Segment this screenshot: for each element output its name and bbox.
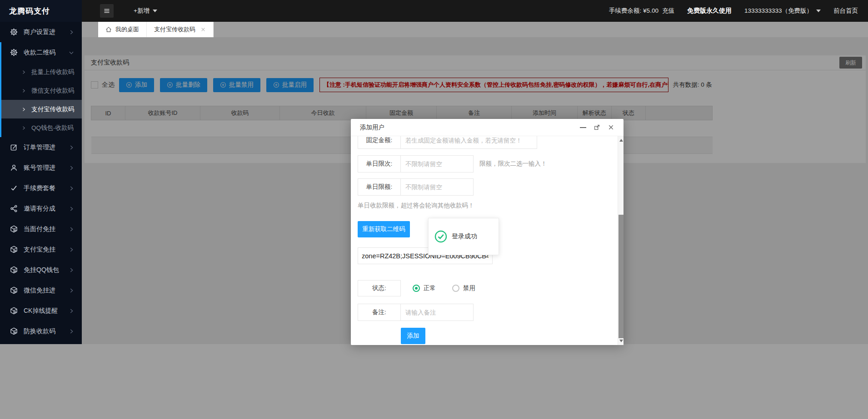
modal-title: 添加用户 bbox=[360, 123, 384, 132]
chevron-right-icon bbox=[68, 308, 75, 314]
add-user-modal: 添加用户 固定金额: 单日限次: 限额，限次二选一输入！ 单日限额: 单日收款限… bbox=[351, 119, 624, 345]
account-dropdown[interactable]: 13333333333（免费版） bbox=[744, 7, 821, 15]
chevron-right-icon bbox=[68, 206, 75, 212]
daily-amount-input[interactable] bbox=[400, 178, 474, 196]
chevron-right-icon bbox=[68, 246, 75, 253]
sidebar-item-invite-share[interactable]: 邀请有分成 bbox=[0, 198, 82, 219]
sidebar-item-alipay-free[interactable]: 支付宝免挂 bbox=[0, 239, 82, 260]
sidebar: 商户设置进 收款二维码 批量上传收款码 微信支付收款码 支付宝传收款码 QQ钱包… bbox=[0, 22, 82, 344]
modal-window-controls bbox=[580, 124, 614, 131]
sidebar-subitem-wechat-code[interactable]: 微信支付收款码 bbox=[0, 81, 82, 100]
daily-count-input[interactable] bbox=[400, 155, 474, 173]
status-label: 状态: bbox=[358, 280, 401, 296]
chevron-right-icon bbox=[68, 226, 75, 232]
check-circle-icon bbox=[434, 230, 447, 243]
daily-count-row: 单日限次: 限额，限次二选一输入！ bbox=[358, 155, 547, 173]
account-label: 13333333333（免费版） bbox=[744, 7, 813, 15]
sidebar-item-wechat-free[interactable]: 微信免挂进 bbox=[0, 280, 82, 301]
tab-bar: 我的桌面 支付宝传收款码 bbox=[82, 22, 868, 37]
sidebar-subitem-batch-upload[interactable]: 批量上传收款码 bbox=[0, 63, 82, 81]
fixed-amount-input[interactable] bbox=[400, 136, 537, 149]
sidebar-subitem-alipay-code[interactable]: 支付宝传收款码 bbox=[0, 100, 82, 118]
edit-icon bbox=[10, 143, 18, 151]
chevron-right-icon bbox=[68, 267, 75, 273]
daily-amount-label: 单日限额: bbox=[358, 178, 401, 196]
submit-add-button[interactable]: 添加 bbox=[401, 328, 425, 344]
close-icon[interactable] bbox=[200, 27, 206, 32]
user-icon bbox=[10, 164, 18, 172]
tab-alipay-code[interactable]: 支付宝传收款码 bbox=[147, 22, 214, 37]
modal-scrollbar[interactable] bbox=[618, 136, 624, 345]
hamburger-icon bbox=[103, 7, 110, 15]
daily-count-label: 单日限次: bbox=[358, 155, 401, 173]
daily-amount-row: 单日限额: bbox=[358, 178, 474, 196]
radio-unselected-icon bbox=[452, 285, 459, 292]
remark-input[interactable] bbox=[400, 304, 474, 321]
tab-my-desktop[interactable]: 我的桌面 bbox=[98, 22, 147, 37]
sidebar-group-qrcode: 收款二维码 批量上传收款码 微信支付收款码 支付宝传收款码 QQ钱包-收款码 bbox=[0, 42, 82, 137]
chevron-right-icon bbox=[21, 69, 26, 75]
gear-icon bbox=[10, 49, 18, 56]
chevron-down-icon bbox=[153, 10, 157, 12]
chevron-right-icon bbox=[21, 125, 26, 131]
sidebar-item-accounts[interactable]: 账号管理进 bbox=[0, 158, 82, 178]
edition-label: 免费版永久使用 bbox=[687, 7, 732, 15]
fee-balance: 手续费余额: ¥5.00 充值 bbox=[609, 7, 674, 15]
chevron-down-icon bbox=[816, 10, 821, 12]
topbar-right: 手续费余额: ¥5.00 充值 免费版永久使用 13333333333（免费版）… bbox=[609, 7, 868, 15]
sidebar-item-ck-offline-alert[interactable]: CK掉线提醒 bbox=[0, 301, 82, 321]
sidebar-item-qrcode[interactable]: 收款二维码 bbox=[0, 42, 82, 63]
sidebar-item-anti-switch-code[interactable]: 防换收款码 bbox=[0, 321, 82, 341]
remark-label: 备注: bbox=[358, 304, 401, 321]
sidebar-item-fee-package[interactable]: 手续费套餐 bbox=[0, 178, 82, 198]
fixed-amount-row: 固定金额: bbox=[358, 136, 537, 149]
scroll-down-arrow[interactable] bbox=[618, 338, 624, 344]
cube-icon bbox=[10, 307, 18, 315]
chevron-right-icon bbox=[21, 107, 26, 112]
sidebar-item-orders[interactable]: 订单管理进 bbox=[0, 137, 82, 158]
status-row: 状态: 正常 禁用 bbox=[358, 280, 492, 296]
login-success-popover: 登录成功 bbox=[428, 218, 499, 255]
sidebar-item-f2f-pay[interactable]: 当面付免挂 bbox=[0, 219, 82, 239]
chevron-down-icon bbox=[68, 49, 75, 56]
status-radio-disabled[interactable]: 禁用 bbox=[452, 284, 475, 292]
sidebar-subitem-qq-wallet-code[interactable]: QQ钱包-收款码 bbox=[0, 118, 82, 137]
minimize-icon[interactable] bbox=[580, 127, 586, 128]
chevron-right-icon bbox=[68, 165, 75, 171]
refetch-qrcode-button[interactable]: 重新获取二维码 bbox=[358, 221, 410, 237]
daily-count-hint: 限额，限次二选一输入！ bbox=[479, 155, 547, 173]
modal-body: 固定金额: 单日限次: 限额，限次二选一输入！ 单日限额: 单日收款限额，超过将… bbox=[351, 136, 624, 345]
chevron-right-icon bbox=[68, 287, 75, 294]
fee-balance-label: 手续费余额: ¥5.00 bbox=[609, 7, 658, 15]
cube-icon bbox=[10, 266, 18, 274]
topbar: 龙腾码支付 +新增 手续费余额: ¥5.00 充值 免费版永久使用 133333… bbox=[0, 0, 868, 22]
chevron-right-icon bbox=[68, 144, 75, 151]
scroll-up-arrow[interactable] bbox=[618, 137, 624, 143]
daily-amount-note: 单日收款限额，超过将会轮询其他收款码！ bbox=[358, 202, 474, 210]
login-success-text: 登录成功 bbox=[452, 232, 477, 241]
cube-icon bbox=[10, 286, 18, 294]
new-dropdown[interactable]: +新增 bbox=[134, 7, 157, 15]
sidebar-item-merchant-settings[interactable]: 商户设置进 bbox=[0, 22, 82, 42]
cube-icon bbox=[10, 225, 18, 233]
remark-row: 备注: bbox=[358, 304, 474, 321]
sidebar-item-qq-free[interactable]: 免挂QQ钱包 bbox=[0, 260, 82, 280]
chevron-right-icon bbox=[68, 29, 75, 35]
chevron-right-icon bbox=[21, 88, 26, 94]
new-dropdown-label: +新增 bbox=[134, 7, 150, 15]
recharge-link[interactable]: 充值 bbox=[662, 7, 674, 15]
check-icon bbox=[10, 184, 18, 192]
close-icon[interactable] bbox=[608, 124, 614, 131]
radio-selected-icon bbox=[413, 285, 420, 292]
chevron-right-icon bbox=[68, 328, 75, 335]
home-icon bbox=[105, 26, 112, 33]
cube-icon bbox=[10, 327, 18, 335]
maximize-icon[interactable] bbox=[594, 124, 600, 131]
cube-icon bbox=[10, 246, 18, 253]
share-icon bbox=[10, 205, 18, 212]
scrollbar-thumb[interactable] bbox=[619, 215, 624, 338]
frontend-home-link[interactable]: 前台首页 bbox=[833, 7, 858, 15]
modal-header: 添加用户 bbox=[351, 119, 624, 136]
sidebar-toggle-button[interactable] bbox=[100, 4, 114, 18]
status-radio-normal[interactable]: 正常 bbox=[413, 284, 436, 292]
